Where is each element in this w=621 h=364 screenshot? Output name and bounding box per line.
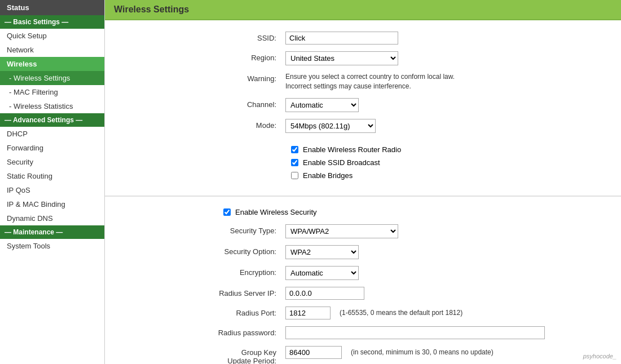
enable-security-checkbox[interactable]: [223, 208, 231, 216]
enable-bridges-checkbox[interactable]: [291, 172, 298, 179]
encryption-row: Encryption: Automatic TKIP AES: [218, 266, 598, 280]
sidebar-status[interactable]: Status: [0, 0, 104, 15]
sidebar-item-forwarding[interactable]: Forwarding: [0, 141, 104, 155]
watermark: psyhocode_: [583, 353, 616, 359]
radius-pass-label: Radius password:: [218, 326, 285, 337]
encryption-select[interactable]: Automatic TKIP AES: [285, 266, 359, 280]
sidebar-maintenance-header: — Maintenance —: [0, 225, 104, 239]
sidebar: Status — Basic Settings — Quick Setup Ne…: [0, 0, 105, 364]
sidebar-item-wireless[interactable]: Wireless: [0, 57, 104, 71]
sidebar-item-security[interactable]: Security: [0, 155, 104, 169]
sidebar-item-dhcp[interactable]: DHCP: [0, 127, 104, 141]
mode-label: Mode:: [218, 119, 285, 130]
region-label: Region:: [218, 51, 285, 62]
page-title: Wireless Settings: [105, 0, 621, 20]
sidebar-advanced-settings-header: — Advanced Settings —: [0, 113, 104, 127]
channel-row: Channel: Automatic 1234 5678 91011: [218, 98, 598, 112]
radius-pass-row: Radius password:: [218, 326, 598, 339]
basic-settings-section: SSID: Region: United States Canada Unite…: [105, 20, 621, 197]
region-row: Region: United States Canada United King…: [218, 51, 598, 65]
security-type-label: Security Type:: [218, 224, 285, 235]
sidebar-item-mac-filtering[interactable]: - MAC Filtering: [0, 85, 104, 99]
enable-security-label: Enable Wireless Security: [235, 208, 317, 216]
channel-label: Channel:: [218, 98, 285, 109]
warning-row: Warning: Ensure you select a correct cou…: [218, 72, 598, 91]
enable-radio-label: Enable Wireless Router Radio: [303, 145, 401, 154]
region-select[interactable]: United States Canada United Kingdom Germ…: [285, 51, 398, 65]
enable-ssid-checkbox[interactable]: [291, 159, 298, 166]
sidebar-item-wireless-statistics[interactable]: - Wireless Statistics: [0, 99, 104, 113]
warning-text: Ensure you select a correct country to c…: [285, 72, 466, 91]
radius-port-input[interactable]: [285, 307, 331, 319]
mode-select[interactable]: 54Mbps (802.11g) 11Mbps (802.11b) 150Mbp…: [285, 119, 376, 133]
group-key-hint: (in second, minimum is 30, 0 means no up…: [351, 348, 494, 356]
security-option-label: Security Option:: [218, 245, 285, 256]
main-content: Wireless Settings SSID: Region: United S…: [105, 0, 621, 364]
security-section: Enable Wireless Security Security Type: …: [105, 197, 621, 364]
security-type-select[interactable]: WPA/WPA2 WPA WPA2 WEP Disable Security: [285, 224, 398, 238]
group-key-row: Group Key Update Period: (in second, min…: [218, 346, 598, 364]
enable-radio-checkbox[interactable]: [291, 146, 298, 153]
radius-port-hint: (1-65535, 0 means the default port 1812): [340, 309, 463, 317]
ssid-row: SSID:: [218, 32, 598, 45]
enable-security-row: Enable Wireless Security: [218, 208, 598, 216]
sidebar-basic-settings-header: — Basic Settings —: [0, 15, 104, 29]
enable-bridges-label: Enable Bridges: [303, 171, 353, 180]
sidebar-item-wireless-settings[interactable]: - Wireless Settings: [0, 71, 104, 85]
warning-label: Warning:: [218, 72, 285, 83]
sidebar-item-dynamic-dns[interactable]: Dynamic DNS: [0, 211, 104, 225]
sidebar-item-ip-mac-binding[interactable]: IP & MAC Binding: [0, 197, 104, 211]
enable-radio-row: Enable Wireless Router Radio: [218, 145, 598, 154]
security-type-row: Security Type: WPA/WPA2 WPA WPA2 WEP Dis…: [218, 224, 598, 238]
enable-bridges-row: Enable Bridges: [218, 171, 598, 180]
mode-row: Mode: 54Mbps (802.11g) 11Mbps (802.11b) …: [218, 119, 598, 133]
security-option-row: Security Option: WPA2 WPA WPA/WPA2: [218, 245, 598, 259]
radius-port-row: Radius Port: (1-65535, 0 means the defau…: [218, 307, 598, 319]
channel-select[interactable]: Automatic 1234 5678 91011: [285, 98, 359, 112]
group-key-label: Group Key Update Period:: [218, 346, 285, 364]
radius-pass-input[interactable]: [285, 326, 545, 339]
radius-ip-label: Radius Server IP:: [218, 287, 285, 298]
sidebar-item-system-tools[interactable]: System Tools: [0, 239, 104, 253]
sidebar-item-network[interactable]: Network: [0, 43, 104, 57]
enable-ssid-row: Enable SSID Broadcast: [218, 158, 598, 167]
security-option-select[interactable]: WPA2 WPA WPA/WPA2: [285, 245, 359, 259]
group-key-input[interactable]: [285, 346, 342, 359]
sidebar-item-static-routing[interactable]: Static Routing: [0, 169, 104, 183]
sidebar-item-quick-setup[interactable]: Quick Setup: [0, 29, 104, 43]
radius-port-label: Radius Port:: [218, 307, 285, 317]
ssid-label: SSID:: [218, 32, 285, 42]
radius-ip-row: Radius Server IP:: [218, 287, 598, 300]
radius-ip-input[interactable]: [285, 287, 364, 300]
sidebar-item-ip-qos[interactable]: IP QoS: [0, 183, 104, 197]
encryption-label: Encryption:: [218, 266, 285, 277]
ssid-input[interactable]: [285, 32, 398, 45]
enable-ssid-label: Enable SSID Broadcast: [303, 158, 380, 167]
